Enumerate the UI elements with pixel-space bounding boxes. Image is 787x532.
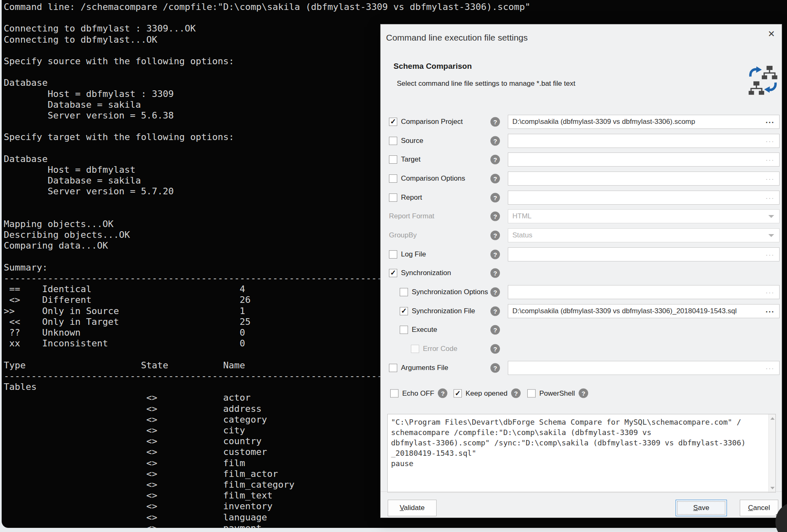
help-icon[interactable]: ? [490,117,500,126]
target-checkbox[interactable] [389,155,397,164]
comparison-project-browse-button[interactable]: ... [765,116,775,125]
source-value [512,134,764,148]
schema-compare-icon [748,63,778,96]
comparison-project-label: Comparison Project [401,118,463,126]
synchronization-checkbox[interactable]: ✓ [389,269,397,277]
echo-off-label: Echo OFF [402,389,434,397]
synchronization-options-value [512,285,764,299]
help-icon[interactable]: ? [579,389,588,398]
report-label: Report [401,193,422,202]
help-icon[interactable]: ? [490,363,500,372]
powershell-checkbox[interactable] [527,389,536,397]
keep-opened-label: Keep opened [466,389,507,397]
report-input[interactable]: ... [508,191,780,205]
textarea-scrollbar[interactable] [768,414,775,492]
row-synchronization-options: Synchronization Options?... [381,283,782,302]
echo-off-option: Echo OFF? [390,389,447,398]
row-log-file: Log File?... [381,245,782,264]
comparison-options-input[interactable]: ... [508,172,780,186]
target-value [512,153,764,166]
synchronization-file-input[interactable]: D:\comp\sakila (dbfmylast-3309 vs dbfmyl… [508,304,780,318]
arguments-file-value [512,361,764,375]
bat-options-row: Echo OFF?✓Keep opened?PowerShell? [381,386,782,401]
log-file-browse-button: ... [765,249,775,258]
log-file-value [512,248,764,261]
help-icon[interactable]: ? [490,230,500,240]
validate-button[interactable]: Validate [388,500,437,516]
source-input[interactable]: ... [508,134,780,148]
arguments-file-checkbox[interactable] [389,364,397,372]
save-button[interactable]: Save [676,500,727,516]
target-browse-button: ... [765,154,775,163]
footer-separator [381,491,782,492]
section-subtitle: Select command line file settings to man… [397,80,575,88]
row-synchronization: ✓Synchronization? [381,264,782,283]
synchronization-file-value: D:\comp\sakila (dbfmylast-3309 vs dbfmyl… [512,305,764,318]
target-input[interactable]: ... [508,152,780,167]
arguments-file-input[interactable]: ... [508,361,780,375]
execute-label: Execute [412,326,437,334]
arguments-file-browse-button: ... [765,362,775,371]
help-icon[interactable]: ? [490,249,500,259]
log-file-checkbox[interactable] [389,250,397,259]
synchronization-file-checkbox[interactable]: ✓ [400,307,408,315]
help-icon[interactable]: ? [490,193,500,202]
help-icon[interactable]: ? [490,174,500,183]
report-format-select: HTML [508,209,780,223]
help-icon[interactable]: ? [490,325,500,335]
help-icon[interactable]: ? [511,389,521,398]
groupby-select: Status [508,228,780,242]
comparison-options-value [512,172,764,185]
help-icon[interactable]: ? [490,212,500,221]
keep-opened-option: ✓Keep opened? [454,389,521,398]
row-comparison-project: ✓Comparison Project?D:\comp\sakila (dbfm… [381,112,782,131]
help-icon[interactable]: ? [490,288,500,297]
help-icon[interactable]: ? [490,344,500,354]
dialog-title: Command line execution file settings [386,33,528,43]
row-error-code: Error Code? [381,339,782,358]
report-checkbox[interactable] [389,193,397,202]
keep-opened-checkbox[interactable]: ✓ [454,389,462,397]
groupby-label: GroupBy [389,231,417,239]
dropdown-arrow-icon [768,215,774,218]
synchronization-file-browse-button[interactable]: ... [765,305,775,314]
synchronization-options-input[interactable]: ... [508,285,780,299]
comparison-options-checkbox[interactable] [389,174,397,183]
synchronization-file-label: Synchronization File [412,307,475,315]
source-browse-button: ... [765,135,775,144]
row-synchronization-file: ✓Synchronization File?D:\comp\sakila (db… [381,302,782,321]
screenshot-stage: Command line: /schemacompare /compfile:"… [0,0,787,532]
row-comparison-options: Comparison Options?... [381,169,782,188]
help-icon[interactable]: ? [490,306,500,316]
target-label: Target [401,155,420,164]
bat-file-text-box[interactable]: "C:\Program Files\Devart\dbForge Schema … [387,414,776,493]
command-line-settings-dialog: Command line execution file settings ✕ S… [380,24,782,518]
comparison-project-checkbox[interactable]: ✓ [389,118,397,126]
dropdown-arrow-icon [768,234,774,237]
cancel-button[interactable]: Cancel [740,500,778,516]
section-title: Schema Comparison [394,62,472,71]
execute-checkbox[interactable] [400,326,408,334]
help-icon[interactable]: ? [438,389,447,398]
close-icon[interactable]: ✕ [768,28,775,40]
comparison-project-input[interactable]: D:\comp\sakila (dbfmylast-3309 vs dbfmyl… [508,115,780,129]
log-file-input[interactable]: ... [508,247,780,261]
synchronization-options-browse-button: ... [765,286,775,295]
synchronization-label: Synchronization [401,269,451,277]
row-report-format: Report Format?HTML [381,207,782,226]
comparison-options-browse-button: ... [765,173,775,182]
help-icon[interactable]: ? [490,155,500,164]
help-icon[interactable]: ? [490,136,500,145]
groupby-value: Status [512,229,764,242]
help-icon[interactable]: ? [490,268,500,278]
error-code-checkbox [411,345,419,353]
echo-off-checkbox[interactable] [390,389,398,397]
synchronization-options-label: Synchronization Options [412,288,488,296]
comparison-options-label: Comparison Options [401,174,465,183]
source-checkbox[interactable] [389,137,397,145]
bat-file-text[interactable]: "C:\Program Files\Devart\dbForge Schema … [388,414,768,492]
report-format-value: HTML [512,210,764,223]
error-code-label: Error Code [423,345,457,353]
arguments-file-label: Arguments File [401,364,448,372]
synchronization-options-checkbox[interactable] [400,288,408,296]
